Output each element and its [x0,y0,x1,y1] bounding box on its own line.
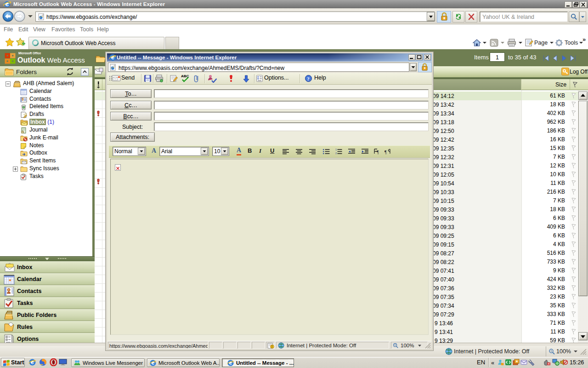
svg-text:1: 1 [335,149,337,151]
svg-text:!: ! [271,345,272,348]
svg-text:¶: ¶ [377,150,379,155]
svg-text:¶: ¶ [384,150,387,155]
svg-text:2: 2 [335,152,337,155]
svg-text:?: ? [307,76,310,81]
